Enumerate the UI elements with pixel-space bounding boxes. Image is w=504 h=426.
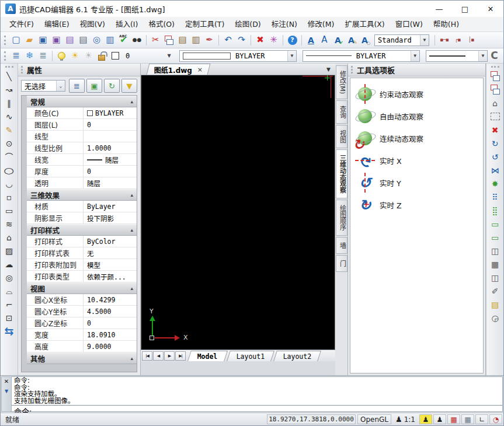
separator[interactable] <box>299 34 304 47</box>
quick-select-button[interactable]: ↻ <box>104 79 120 93</box>
tab-close-icon[interactable]: × <box>197 66 203 74</box>
property-row[interactable]: 线宽 随层 <box>27 154 137 166</box>
polyline-icon[interactable]: ↝ <box>2 83 16 96</box>
save-icon[interactable]: ▣ <box>36 34 50 47</box>
document-tab[interactable]: 图纸1.dwg × <box>147 64 211 75</box>
text-style-combo[interactable]: Standard▼ <box>374 34 429 46</box>
undo-icon[interactable]: ↶ <box>221 34 235 47</box>
copy-object-icon[interactable] <box>488 69 502 83</box>
palette-item[interactable]: 约束动态观察 <box>353 83 483 105</box>
property-value[interactable]: 无 <box>84 247 137 259</box>
layer-vp-freeze-icon[interactable]: ☀ <box>82 50 95 62</box>
paste-special-icon[interactable]: ▥ <box>189 34 203 47</box>
section-header[interactable]: 视图▴ <box>27 282 137 294</box>
nav-prev-button[interactable]: ◀ <box>153 351 164 361</box>
property-value[interactable]: 18.0910 <box>84 329 137 340</box>
menu-item[interactable]: 编辑(E) <box>39 17 75 32</box>
menu-item[interactable]: 标注(N) <box>266 17 303 32</box>
arc-icon[interactable]: ⌒ <box>2 150 16 163</box>
snap-icon[interactable]: ▦ <box>447 414 460 424</box>
annotation-scale[interactable]: ♟ 1:1 <box>393 414 418 424</box>
print-preview-icon[interactable]: ◎ <box>90 34 103 47</box>
section-header[interactable]: 常规▴ <box>27 96 137 107</box>
annotation-visibility-icon[interactable]: ♟ <box>419 414 432 424</box>
chevron-down-icon[interactable]: ▼ <box>287 51 296 61</box>
property-row[interactable]: 圆心Y坐标 4.5000 <box>27 306 137 317</box>
chevron-down-icon[interactable]: ▼ <box>420 35 429 46</box>
line-icon[interactable]: ╲ <box>2 69 16 83</box>
double-line-icon[interactable]: ∥ <box>2 96 16 110</box>
erase-icon[interactable]: ✖ <box>488 123 502 137</box>
viewport-icon[interactable]: ▭ <box>488 231 502 244</box>
property-value[interactable]: BYLAYER <box>84 107 137 118</box>
property-row[interactable]: 图层(L) 0 <box>27 119 137 131</box>
layer-states-icon[interactable]: ≣ <box>36 50 50 62</box>
chamfer-icon[interactable]: ◶ <box>488 311 502 324</box>
property-row[interactable]: 打印表类型 依赖于颜... <box>27 271 137 282</box>
layer-freeze-icon[interactable]: ❄ <box>23 50 36 62</box>
layout-tab[interactable]: Layout1 <box>227 351 274 361</box>
property-value[interactable]: 随层 <box>84 177 137 188</box>
annotation-autoscale-icon[interactable]: ♟ <box>433 414 446 424</box>
multiline-icon[interactable]: ≋ <box>2 217 16 231</box>
command-dropdown-icon[interactable]: ▼ <box>5 389 8 394</box>
selection-combo[interactable]: 无选择⌄ <box>21 80 65 92</box>
separator[interactable] <box>50 50 55 62</box>
paste-icon[interactable]: ▤ <box>176 34 189 47</box>
collapse-arrow-icon[interactable]: ▴ <box>130 355 133 361</box>
batch-print-icon[interactable]: ▤ <box>63 34 77 47</box>
filter-button[interactable]: ▼ <box>121 79 137 93</box>
pedit-icon[interactable]: ⌂ <box>488 96 502 110</box>
arc-tool-icon[interactable]: C <box>488 50 501 62</box>
region-icon[interactable]: ☁ <box>2 257 16 271</box>
separator[interactable] <box>280 34 286 47</box>
section-header[interactable]: 三维效果▴ <box>27 189 137 201</box>
dim-ordinate-icon[interactable]: │▪ <box>464 34 478 47</box>
property-value[interactable]: ByLayer <box>84 201 137 212</box>
menu-item[interactable]: 帮助(H) <box>428 17 464 32</box>
property-row[interactable]: 打印样式表 无 <box>27 247 137 259</box>
copy-nested-icon[interactable] <box>488 83 502 96</box>
text-style-icon[interactable]: A <box>318 34 331 47</box>
property-value[interactable]: 随层 <box>84 154 137 165</box>
delete-icon[interactable]: ✖ <box>253 34 267 47</box>
command-close-icon[interactable]: ✕ <box>4 379 9 385</box>
menu-item[interactable]: 插入(I) <box>110 17 143 32</box>
palette-item[interactable]: 实时 Z <box>353 194 483 216</box>
palette-tab[interactable]: 查询 <box>336 100 347 124</box>
property-row[interactable]: 厚度 0 <box>27 166 137 177</box>
properties-panel-header[interactable]: 属性 <box>18 64 140 76</box>
property-row[interactable]: 高度 9.0000 <box>27 341 137 352</box>
separator[interactable] <box>216 34 221 47</box>
layer-properties-icon[interactable]: ≣ <box>9 50 23 62</box>
redo-icon[interactable]: ↷ <box>235 34 248 47</box>
palette-tab[interactable]: 三维动态观察 <box>336 149 347 198</box>
layout-tab[interactable]: Layout2 <box>273 351 321 361</box>
array-edit-icon[interactable]: ⣿ <box>488 204 502 217</box>
nav-last-button[interactable]: ▶| <box>175 351 186 361</box>
palette-item[interactable]: 实时 X <box>353 149 483 172</box>
dim-linear-icon[interactable]: ▪─▪ <box>437 34 451 47</box>
circle-icon[interactable]: ⊙ <box>2 137 16 150</box>
tab-list-dropdown-icon[interactable]: ▼ <box>326 67 335 72</box>
nav-next-button[interactable]: ▶ <box>164 351 175 361</box>
rotate-icon[interactable]: ↻ <box>488 137 502 150</box>
property-value[interactable]: 模型 <box>84 259 137 270</box>
layer-thaw-icon[interactable]: ☀ <box>68 50 82 62</box>
menu-item[interactable]: 扩展工具(X) <box>339 17 390 32</box>
page-preview-icon[interactable]: ▥ <box>103 34 117 47</box>
renderer-indicator[interactable]: OpenGL <box>357 414 391 424</box>
layer-lock-icon[interactable] <box>95 50 109 62</box>
box-icon[interactable]: ▦ <box>488 257 502 271</box>
property-row[interactable]: 透明 随层 <box>27 177 137 189</box>
menu-item[interactable]: 窗口(W) <box>390 17 428 32</box>
print-icon[interactable]: ▤ <box>77 34 90 47</box>
explode-icon[interactable]: ✸ <box>488 177 502 190</box>
grid-icon[interactable]: ▦ <box>461 414 474 424</box>
cut-icon[interactable]: ✂ <box>149 34 162 47</box>
nav-first-button[interactable]: |◀ <box>142 351 152 361</box>
collapse-arrow-icon[interactable]: ▴ <box>130 285 133 291</box>
select-window-icon[interactable] <box>488 110 502 123</box>
layer-dropdown-button[interactable]: ▼ <box>165 51 173 61</box>
boundary-icon[interactable]: ▭ <box>488 217 502 231</box>
